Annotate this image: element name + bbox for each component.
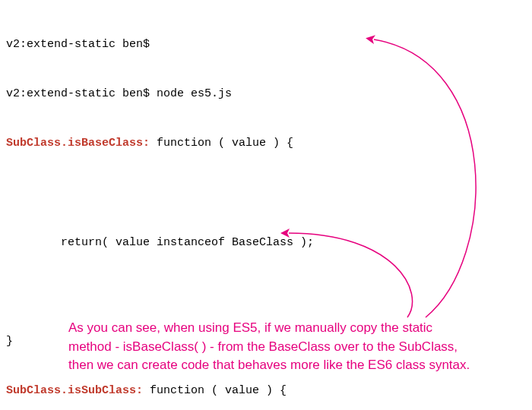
blank-line <box>6 284 526 301</box>
out-issubclass-def-head: SubClass.isSubClass: function ( value ) … <box>6 383 526 399</box>
prompt-line-empty: v2:extend-static ben$ <box>6 36 526 53</box>
out-isbaseclass-def-head: SubClass.isBaseClass: function ( value )… <box>6 135 526 152</box>
blank-line <box>6 184 526 201</box>
annotation-text: As you can see, when using ES5, if we ma… <box>68 319 479 375</box>
out-isbaseclass-def-body: return( value instanceof BaseClass ); <box>6 235 526 251</box>
prompt-line-cmd: v2:extend-static ben$ node es5.js <box>6 86 526 102</box>
